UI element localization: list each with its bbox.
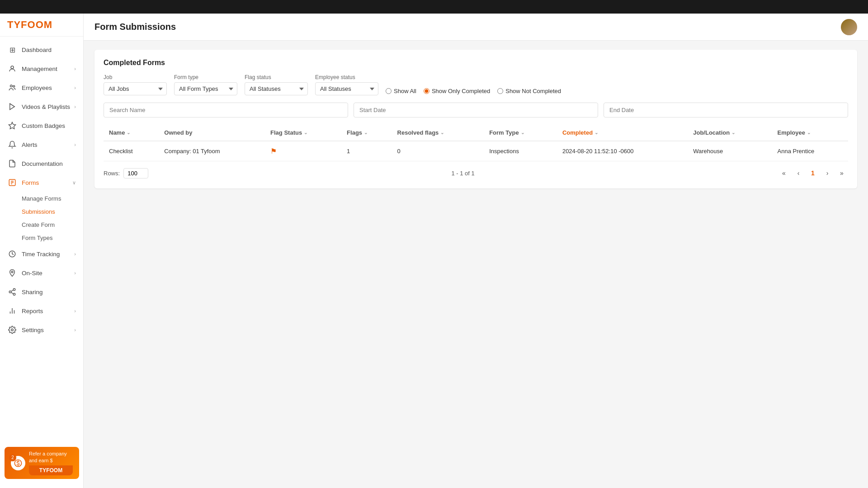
cell-owned-by: Company: 01 Tyfoom [159,141,265,161]
sidebar-subitem-create-form[interactable]: Create Form [0,218,83,231]
cell-form-type: Inspections [484,141,557,161]
sort-job-location-icon: ⌄ [731,130,735,135]
radio-show-completed-label: Show Only Completed [432,88,490,94]
first-page-button[interactable]: « [778,167,790,179]
form-type-filter-group: Form type All Form Types [174,74,237,95]
pagination-range: 1 - 1 of 1 [451,170,474,177]
sidebar-item-sharing[interactable]: Sharing [0,282,83,301]
rows-per-page: Rows: [104,168,148,178]
submissions-table: Name ⌄ Owned by Flag Status ⌄ [104,125,848,161]
last-page-button[interactable]: » [835,167,848,179]
end-date-input[interactable] [604,103,848,117]
col-completed[interactable]: Completed ⌄ [557,125,688,141]
sidebar-item-documentation[interactable]: Documentation [0,154,83,173]
job-filter-group: Job All Jobs [104,74,167,95]
search-name-input[interactable] [104,103,348,117]
table-row[interactable]: Checklist Company: 01 Tyfoom ⚑ 1 0 Inspe… [104,141,848,161]
job-filter-select[interactable]: All Jobs [104,82,167,95]
flag-icon: ⚑ [270,147,277,155]
sidebar-item-alerts[interactable]: Alerts › [0,135,83,154]
employees-icon [7,83,17,93]
referral-banner[interactable]: 2 Refer a company and earn $ TYFOOM [5,447,79,479]
alerts-icon [7,140,17,150]
radio-show-completed[interactable]: Show Only Completed [424,88,490,94]
avatar-image [841,19,857,35]
col-name[interactable]: Name ⌄ [104,125,159,141]
cell-completed: 2024-08-20 11:52:10 -0600 [557,141,688,161]
svg-line-13 [11,292,13,294]
svg-point-2 [13,85,15,87]
rows-label: Rows: [104,170,120,177]
radio-show-all[interactable]: Show All [386,88,416,94]
sidebar-item-custom-badges[interactable]: Custom Badges [0,116,83,135]
form-type-filter-select[interactable]: All Form Types [174,82,237,95]
search-row [104,103,848,117]
management-icon [7,64,17,74]
col-resolved-flags[interactable]: Resolved flags ⌄ [392,125,484,141]
sidebar-item-management[interactable]: Management › [0,59,83,78]
radio-show-completed-input[interactable] [424,88,429,94]
sidebar-item-employees[interactable]: Employees › [0,78,83,97]
col-flag-status[interactable]: Flag Status ⌄ [265,125,341,141]
sidebar-item-settings[interactable]: Settings › [0,320,83,339]
referral-text: Refer a company and earn $ [29,450,73,464]
sidebar-item-dashboard[interactable]: ⊞ Dashboard [0,40,83,59]
sidebar-item-label: Reports [22,308,74,314]
section-title: Completed Forms [104,59,848,67]
logo-area[interactable]: TYFOOM [0,14,83,37]
sidebar-nav: ⊞ Dashboard Management › Employees › [0,37,83,488]
flag-status-filter-select[interactable]: All Statuses [245,82,308,95]
employee-status-filter-group: Employee status All Statuses [315,74,378,95]
start-date-input[interactable] [354,103,598,117]
col-job-location[interactable]: Job/Location ⌄ [688,125,772,141]
section-card: Completed Forms Job All Jobs Form type A… [94,50,857,188]
cell-flags: 1 [341,141,392,161]
logo: TYFOOM [7,19,52,30]
sort-completed-icon: ⌄ [594,130,598,135]
sidebar-subitem-manage-forms[interactable]: Manage Forms [0,192,83,205]
svg-point-9 [11,271,13,273]
svg-point-18 [11,329,14,331]
sidebar-item-label: Dashboard [22,47,76,53]
employee-status-filter-select[interactable]: All Statuses [315,82,378,95]
sidebar-subitem-form-types[interactable]: Form Types [0,231,83,244]
referral-badge: 2 [9,454,16,461]
pagination-row: Rows: 1 - 1 of 1 « ‹ 1 › » [104,167,848,179]
current-page-button[interactable]: 1 [807,167,819,179]
rows-per-page-input[interactable] [123,168,148,178]
col-form-type[interactable]: Form Type ⌄ [484,125,557,141]
cell-employee: Anna Prentice [772,141,848,161]
sort-employee-icon: ⌄ [807,130,811,135]
cell-resolved-flags: 0 [392,141,484,161]
sidebar-item-label: Management [22,66,74,72]
prev-page-button[interactable]: ‹ [792,167,805,179]
chevron-right-icon: › [74,251,76,257]
dashboard-icon: ⊞ [7,45,17,55]
col-flags[interactable]: Flags ⌄ [341,125,392,141]
sidebar-item-reports[interactable]: Reports › [0,301,83,320]
next-page-button[interactable]: › [821,167,834,179]
svg-point-10 [13,289,15,291]
sidebar-item-label: Forms [22,179,72,186]
col-employee[interactable]: Employee ⌄ [772,125,848,141]
sidebar-item-label: Settings [22,327,74,333]
flag-status-filter-group: Flag status All Statuses [245,74,308,95]
sidebar-subitem-submissions[interactable]: Submissions [0,205,83,218]
radio-show-not-completed-input[interactable] [497,88,503,94]
user-avatar[interactable] [841,19,857,35]
sidebar-item-on-site[interactable]: On-Site › [0,263,83,282]
sidebar-item-label: Documentation [22,160,76,167]
sidebar-item-label: On-Site [22,270,74,277]
sort-flags-icon: ⌄ [364,130,368,135]
table-header: Name ⌄ Owned by Flag Status ⌄ [104,125,848,141]
radio-show-not-completed[interactable]: Show Not Completed [497,88,561,94]
sidebar-item-forms[interactable]: Forms ∨ [0,173,83,192]
time-tracking-icon [7,249,17,259]
employee-status-filter-label: Employee status [315,74,378,80]
cell-name: Checklist [104,141,159,161]
sidebar-item-time-tracking[interactable]: Time Tracking › [0,244,83,263]
sidebar-item-label: Custom Badges [22,122,76,129]
radio-show-all-input[interactable] [386,88,392,94]
sidebar-item-videos[interactable]: Videos & Playlists › [0,97,83,116]
filters-row: Job All Jobs Form type All Form Types Fl… [104,74,848,95]
